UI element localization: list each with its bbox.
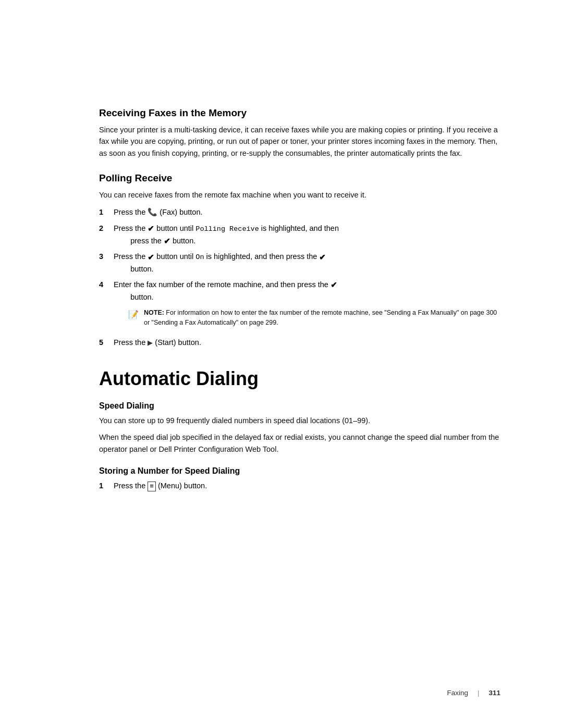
speed-dialing-para-2: When the speed dial job specified in the… [99, 431, 500, 455]
step-content-2: Press the ✔ button until Polling Receive… [114, 223, 500, 248]
step4-text-before: Enter the fax number of the remote machi… [114, 280, 331, 289]
page: Receiving Faxes in the Memory Since your… [0, 0, 563, 728]
note-box-4: 📝 NOTE: For information on how to enter … [128, 308, 500, 328]
check-icon-2a: ✔ [148, 223, 154, 235]
step4-text-final: button. [114, 293, 154, 301]
step-content-3: Press the ✔ button until On is highlight… [114, 251, 500, 275]
step-1: 1 Press the 📞 (Fax) button. [99, 206, 500, 219]
polling-receive-steps: 1 Press the 📞 (Fax) button. 2 Press the … [99, 206, 500, 348]
note-text-4: NOTE: For information on how to enter th… [144, 308, 500, 328]
footer-section: Faxing [447, 689, 468, 697]
note-icon: 📝 [128, 309, 140, 322]
store-step1-text-after: (Menu) button. [158, 482, 207, 490]
store-step1-text-before: Press the [114, 482, 145, 490]
speed-dialing-para-1: You can store up to 99 frequently dialed… [99, 415, 500, 426]
step-num-4: 4 [99, 279, 114, 290]
step5-text-before: Press the [114, 338, 145, 347]
step1-text-after: (Fax) button. [160, 208, 202, 216]
footer: Faxing | 311 [447, 689, 500, 697]
storing-number-steps: 1 Press the ≡ (Menu) button. [99, 480, 500, 491]
step-num-3: 3 [99, 251, 114, 262]
step2-code: Polling Receive [195, 225, 259, 233]
step2-text-before: Press the [114, 224, 145, 232]
store-step-1: 1 Press the ≡ (Menu) button. [99, 480, 500, 491]
step5-text-after: (Start) button. [155, 338, 201, 347]
footer-page: 311 [488, 689, 500, 697]
check-icon-2b: ✔ [164, 235, 170, 247]
chapter-title: Automatic Dialing [99, 368, 500, 390]
step3-text-before: Press the [114, 252, 145, 261]
step3-text-mid: button until On is highlighted, and then… [156, 252, 319, 261]
check-icon-3a: ✔ [148, 251, 154, 263]
step-3: 3 Press the ✔ button until On is highlig… [99, 251, 500, 275]
body-receiving-faxes: Since your printer is a multi-tasking de… [99, 124, 500, 159]
menu-icon: ≡ [148, 482, 156, 491]
fax-icon: 📞 [148, 206, 157, 218]
store-step-num-1: 1 [99, 480, 114, 491]
step-2: 2 Press the ✔ button until Polling Recei… [99, 223, 500, 248]
step-content-1: Press the 📞 (Fax) button. [114, 206, 500, 219]
check-icon-4: ✔ [331, 279, 337, 291]
heading-storing-number: Storing a Number for Speed Dialing [99, 466, 500, 476]
check-icon-3b: ✔ [319, 251, 326, 263]
step-num-1: 1 [99, 206, 114, 218]
step-4: 4 Enter the fax number of the remote mac… [99, 279, 500, 333]
step3-text-final: button. [114, 265, 154, 273]
heading-polling-receive: Polling Receive [99, 172, 500, 184]
step-content-4: Enter the fax number of the remote machi… [114, 279, 500, 333]
step-num-2: 2 [99, 223, 114, 234]
step1-text-before: Press the [114, 208, 145, 216]
footer-pipe: | [478, 689, 480, 697]
heading-speed-dialing: Speed Dialing [99, 401, 500, 411]
step2-text-final: button. [173, 237, 195, 245]
step-5: 5 Press the ▶ (Start) button. [99, 337, 500, 348]
heading-receiving-faxes: Receiving Faxes in the Memory [99, 107, 500, 119]
step-num-5: 5 [99, 337, 114, 348]
step2-text-mid: button until [156, 224, 195, 232]
step-content-5: Press the ▶ (Start) button. [114, 337, 500, 348]
intro-polling-receive: You can receive faxes from the remote fa… [99, 189, 500, 201]
start-icon: ▶ [148, 338, 153, 348]
step3-code: On [195, 253, 204, 261]
store-step-content-1: Press the ≡ (Menu) button. [114, 480, 500, 491]
